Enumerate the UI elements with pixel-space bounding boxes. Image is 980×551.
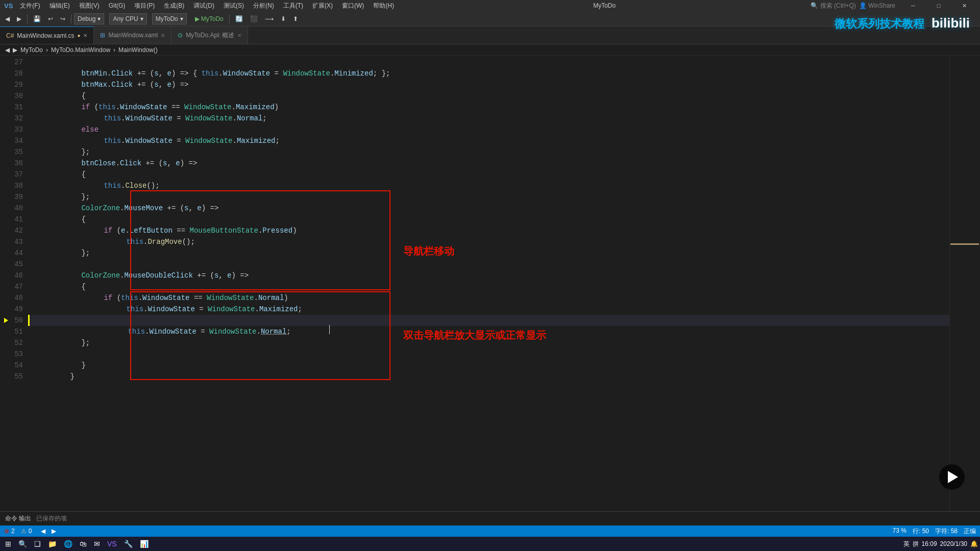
toolbar-step-into[interactable]: ⬇ <box>278 13 289 25</box>
toolbar-refresh[interactable]: 🔄 <box>232 13 246 25</box>
menu-extensions[interactable]: 扩展(X) <box>308 0 337 11</box>
play-button-overlay[interactable] <box>939 464 965 490</box>
menu-analyze[interactable]: 分析(N) <box>249 0 278 11</box>
code-line-33: this.WindowState = WindowState.Maximized… <box>28 124 949 135</box>
menu-build[interactable]: 生成(B) <box>160 0 188 11</box>
tab-cs-icon: C# <box>6 32 14 39</box>
taskbar-store[interactable]: 🛍 <box>77 538 90 550</box>
start-debug-button[interactable]: ▶ MyToDo <box>192 13 227 25</box>
path-method: MainWindow() <box>118 46 158 54</box>
menu-view[interactable]: 视图(V) <box>75 0 104 11</box>
taskbar-vs[interactable]: VS <box>104 538 120 550</box>
code-line-50: this.WindowState = WindowState.Normal; <box>28 315 949 326</box>
line-num-37: 37 <box>0 169 23 180</box>
menu-help[interactable]: 帮助(H) <box>369 0 398 11</box>
line-numbers: 27 28 29 30 31 32 33 34 35 36 37 38 39 4… <box>0 56 28 525</box>
toolbar-step-out[interactable]: ⬆ <box>290 13 301 25</box>
taskbar-other2[interactable]: 📊 <box>137 538 152 550</box>
nav-next[interactable]: ▶ <box>52 528 56 535</box>
code-line-41: if (e.LeftButton == MouseButtonState.Pre… <box>28 214 949 225</box>
taskbar-taskview[interactable]: ❑ <box>31 538 44 550</box>
error-count[interactable]: ⊗ 2 <box>4 528 15 535</box>
code-line-42: this.DragMove(); <box>28 225 949 236</box>
tab-mainwindow-xaml-cs[interactable]: C# MainWindow.xaml.cs ● ✕ <box>0 27 94 44</box>
line-num-47: 47 <box>0 281 23 292</box>
toolbar-forward[interactable]: ▶ <box>14 13 24 25</box>
error-icon: ⊗ <box>4 528 9 535</box>
tab-mainwindow-xaml[interactable]: ⊞ MainWindow.xaml ✕ <box>94 27 172 44</box>
line-num-32: 32 <box>0 113 23 124</box>
path-arrow-right[interactable]: ▶ <box>13 46 17 54</box>
taskbar-notification[interactable]: 🔔 <box>970 540 978 547</box>
code-line-45: ColorZone.MouseDoubleClick += (s, e) => <box>28 259 949 270</box>
menu-project[interactable]: 项目(P) <box>130 0 159 11</box>
line-num-41: 41 <box>0 214 23 225</box>
line-num-35: 35 <box>0 146 23 158</box>
menu-file[interactable]: 文件(F) <box>16 0 44 11</box>
search-box[interactable]: 🔍 搜索 (Ctrl+Q) <box>811 2 856 10</box>
toolbar-breakpoints[interactable]: ⬛ <box>247 13 261 25</box>
menu-test[interactable]: 测试(S) <box>219 0 248 11</box>
menu-edit[interactable]: 编辑(E) <box>45 0 74 11</box>
nav-prev[interactable]: ◀ <box>41 528 45 535</box>
line-num-29: 29 <box>0 79 23 90</box>
app-icon: VS <box>4 2 13 10</box>
title-bar-right: 🔍 搜索 (Ctrl+Q) 👤 WinShare ─ □ ✕ <box>811 0 976 11</box>
tab-api-overview[interactable]: ⊙ MyToDo.Api: 概述 ✕ <box>172 27 248 44</box>
code-line-54: } <box>28 360 949 371</box>
right-scrollbar[interactable] <box>949 56 980 525</box>
tab-label-2: MainWindow.xaml <box>108 32 158 39</box>
line-num-40: 40 <box>0 203 23 214</box>
path-arrow-left[interactable]: ◀ <box>5 46 10 54</box>
toolbar-undo[interactable]: ↩ <box>45 13 56 25</box>
title-bar-left: VS 文件(F) 编辑(E) 视图(V) Git(G) 项目(P) 生成(B) … <box>4 0 398 11</box>
code-line-32: else <box>28 113 949 124</box>
maximize-button[interactable]: □ <box>927 0 950 11</box>
toolbar-sep3 <box>229 14 230 23</box>
taskbar-explorer[interactable]: 📁 <box>45 538 60 550</box>
line-num-50: 50 <box>0 315 23 326</box>
tab-api-icon: ⊙ <box>178 32 183 39</box>
menu-debug[interactable]: 调试(D) <box>189 0 218 11</box>
taskbar-input[interactable]: 拼 <box>913 540 919 548</box>
menu-window[interactable]: 窗口(W) <box>338 0 368 11</box>
minimize-button[interactable]: ─ <box>901 0 925 11</box>
code-line-30: if (this.WindowState == WindowState.Maxi… <box>28 90 949 102</box>
taskbar-lang[interactable]: 英 <box>903 540 910 548</box>
taskbar-mail[interactable]: ✉ <box>91 538 103 550</box>
code-line-52 <box>28 337 949 348</box>
code-line-51: }; <box>28 326 949 337</box>
taskbar-start[interactable]: ⊞ <box>2 538 14 550</box>
tab-bar: C# MainWindow.xaml.cs ● ✕ ⊞ MainWindow.x… <box>0 27 980 44</box>
error-panel-label: 命令 输出 <box>5 514 31 523</box>
user-account[interactable]: 👤 WinShare <box>859 2 895 9</box>
taskbar-date: 2020/1/30 <box>940 540 967 547</box>
tab-close-3[interactable]: ✕ <box>237 33 241 38</box>
line-num-28: 28 <box>0 68 23 79</box>
menu-tools[interactable]: 工具(T) <box>279 0 307 11</box>
code-line-35: btnClose.Click += (s, e) => <box>28 146 949 158</box>
taskbar-other1[interactable]: 🔧 <box>121 538 136 550</box>
taskbar-search[interactable]: 🔍 <box>15 538 30 550</box>
toolbar-back[interactable]: ◀ <box>2 13 13 25</box>
toolbar-save-all[interactable]: 💾 <box>30 13 44 25</box>
project-dropdown[interactable]: MyToDo ▾ <box>152 13 187 24</box>
code-line-39: ColorZone.MouseMove += (s, e) => <box>28 191 949 203</box>
line-num-33: 33 <box>0 124 23 135</box>
code-line-37: this.Close(); <box>28 169 949 180</box>
code-editor[interactable]: btnMin.Click += (s, e) => { this.WindowS… <box>28 56 949 525</box>
code-line-53: } <box>28 348 949 360</box>
toolbar-step-over[interactable]: ⟶ <box>262 13 277 25</box>
warning-count[interactable]: ⚠ 0 <box>21 528 32 535</box>
close-button[interactable]: ✕ <box>952 0 976 11</box>
code-line-38: }; <box>28 180 949 191</box>
toolbar-redo[interactable]: ↪ <box>57 13 68 25</box>
tab-close-2[interactable]: ✕ <box>161 33 165 38</box>
line-num-27: 27 <box>0 57 23 68</box>
taskbar-edge[interactable]: 🌐 <box>61 538 76 550</box>
tab-close-1[interactable]: ✕ <box>83 33 87 38</box>
debug-config-dropdown[interactable]: Debug ▾ <box>74 13 104 24</box>
taskbar-time: 16:09 <box>922 540 937 547</box>
platform-dropdown[interactable]: Any CPU ▾ <box>109 13 146 24</box>
menu-git[interactable]: Git(G) <box>105 0 130 11</box>
